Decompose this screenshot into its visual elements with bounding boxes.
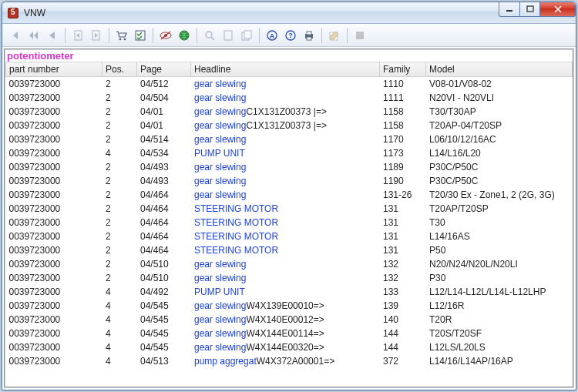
checklist-icon[interactable] (132, 27, 149, 44)
cell-model: T30 (426, 216, 573, 230)
col-header-model[interactable]: Model (426, 62, 573, 77)
cell-pos: 2 (102, 230, 137, 243)
table-row[interactable]: 0039723000404/513pump aggregatW4X372A000… (6, 354, 573, 368)
col-header-page[interactable]: Page (137, 62, 191, 77)
headline-link[interactable]: gear slewing (194, 176, 246, 186)
table-row[interactable]: 0039723000404/545gear slewingW4X139E0001… (6, 299, 573, 313)
cell-headline: STEERING MOTOR (191, 230, 380, 243)
table-row[interactable]: 0039723000404/534PUMP UNIT1173L14/L16/L2… (6, 146, 573, 160)
cell-model: T30/T30AP (426, 105, 573, 119)
cell-model: P30 (426, 271, 573, 285)
table-row[interactable]: 0039723000204/504gear slewing1111N20VI -… (6, 91, 573, 105)
toolbar-separator (259, 28, 260, 43)
compose-icon (326, 27, 343, 44)
svg-rect-19 (307, 32, 311, 35)
headline-link[interactable]: gear slewing (194, 273, 246, 283)
table-row[interactable]: 0039723000204/493gear slewing1190P30C/P5… (6, 174, 573, 188)
cell-page: 04/514 (137, 132, 191, 146)
headline-link[interactable]: gear slewing (194, 162, 246, 173)
table-row[interactable]: 0039723000204/512gear slewing1110V08-01/… (6, 77, 573, 91)
table-row[interactable]: 0039723000404/545gear slewingW4X144E0011… (6, 327, 573, 340)
close-button[interactable] (540, 2, 576, 17)
headline-link[interactable]: gear slewing (194, 79, 246, 89)
cell-page: 04/545 (137, 299, 191, 313)
cell-part: 0039723000 (6, 299, 102, 313)
cart-icon[interactable] (113, 27, 130, 44)
headline-link[interactable]: pump aggregat (194, 356, 257, 367)
cell-model: L14/16AS (426, 230, 573, 243)
table-row[interactable]: 0039723000204/464STEERING MOTOR131T30 (6, 216, 573, 230)
headline-link[interactable]: gear slewing (194, 328, 246, 339)
cell-model: L12LS/L20LS (426, 340, 573, 354)
headline-link[interactable]: gear slewing (194, 134, 246, 145)
headline-link[interactable]: gear slewing (194, 300, 246, 311)
table-row[interactable]: 0039723000204/510gear slewing132P30 (6, 271, 573, 285)
cell-family: 133 (380, 285, 426, 299)
cell-part: 0039723000 (6, 354, 102, 368)
cell-page: 04/464 (137, 230, 191, 243)
cell-pos: 4 (102, 340, 137, 354)
info-q-icon[interactable]: ? (282, 27, 299, 44)
table-row[interactable]: 0039723000204/464STEERING MOTOR131L14/16… (6, 230, 573, 243)
table-row[interactable]: 0039723000204/464gear slewing131-26T20/3… (6, 188, 573, 202)
cell-family: 132 (380, 257, 426, 271)
toolbar-separator (153, 28, 153, 43)
cell-headline: gear slewing (191, 174, 380, 188)
minimize-button[interactable] (499, 2, 520, 17)
eye-off-icon[interactable] (157, 27, 174, 44)
info-a-icon[interactable]: A (264, 27, 281, 44)
headline-link[interactable]: PUMP UNIT (194, 286, 245, 297)
results-grid[interactable]: part number Pos. Page Headline Family Mo… (5, 62, 573, 387)
zoom-icon (201, 27, 218, 44)
headline-link[interactable]: gear slewing (194, 259, 246, 270)
headline-link[interactable]: PUMP UNIT (194, 148, 245, 159)
table-row[interactable]: 0039723000204/510gear slewing132N20/N24/… (6, 257, 573, 271)
globe-icon[interactable] (176, 27, 193, 44)
cell-part: 0039723000 (6, 132, 102, 146)
headline-link[interactable]: STEERING MOTOR (194, 217, 278, 228)
table-row[interactable]: 0039723000404/492PUMP UNIT133L12/L14-L12… (6, 285, 573, 299)
cell-part: 0039723000 (6, 105, 102, 119)
cell-pos: 2 (102, 202, 137, 216)
headline-link[interactable]: STEERING MOTOR (194, 203, 278, 214)
cell-headline: gear slewingW4X144E00320=> (191, 340, 380, 354)
headline-link[interactable]: STEERING MOTOR (194, 245, 278, 256)
table-row[interactable]: 0039723000204/464STEERING MOTOR131P50 (6, 243, 573, 257)
headline-link[interactable]: gear slewing (194, 342, 246, 353)
table-row[interactable]: 0039723000204/01gear slewingC1X131Z00373… (6, 105, 573, 119)
table-row[interactable]: 0039723000204/01gear slewingC1X131Z00373… (6, 119, 573, 132)
table-row[interactable]: 0039723000404/545gear slewingW4X144E0032… (6, 340, 573, 354)
cell-pos: 4 (102, 285, 137, 299)
table-header-row: part number Pos. Page Headline Family Mo… (6, 62, 573, 77)
col-header-fam[interactable]: Family (380, 62, 426, 77)
table-row[interactable]: 0039723000204/464STEERING MOTOR131T20AP/… (6, 202, 573, 216)
table-row[interactable]: 0039723000404/545gear slewingW4X140E0001… (6, 313, 573, 327)
cell-family: 1158 (380, 119, 426, 132)
cell-family: 140 (380, 313, 426, 327)
headline-link[interactable]: STEERING MOTOR (194, 231, 278, 242)
cell-family: 131 (380, 216, 426, 230)
headline-link[interactable]: gear slewing (194, 106, 246, 117)
table-row[interactable]: 0039723000204/514gear slewing1170L06/10/… (6, 132, 573, 146)
cell-model: N20/N24/N20L/N20LI (426, 257, 573, 271)
cell-page: 04/464 (137, 216, 191, 230)
cell-pos: 2 (102, 105, 137, 119)
cell-family: 144 (380, 327, 426, 340)
col-header-head[interactable]: Headline (191, 62, 380, 77)
table-row[interactable]: 0039723000204/493gear slewing1189P30C/P5… (6, 160, 573, 174)
col-header-part[interactable]: part number (6, 62, 102, 77)
cell-part: 0039723000 (6, 327, 102, 340)
headline-link[interactable]: gear slewing (194, 120, 246, 131)
cell-pos: 2 (102, 243, 137, 257)
print-icon[interactable] (301, 27, 318, 44)
headline-link[interactable]: gear slewing (194, 189, 246, 200)
headline-link[interactable]: gear slewing (194, 92, 246, 103)
maximize-button[interactable] (520, 2, 540, 17)
headline-link[interactable]: gear slewing (194, 314, 246, 325)
titlebar[interactable]: VNW (2, 2, 576, 24)
col-header-pos[interactable]: Pos. (102, 62, 137, 77)
headline-suffix: W4X140E00012=> (246, 314, 324, 325)
cell-page: 04/534 (137, 146, 191, 160)
headline-suffix: W4X144E00320=> (246, 342, 324, 353)
cell-pos: 4 (102, 354, 137, 368)
